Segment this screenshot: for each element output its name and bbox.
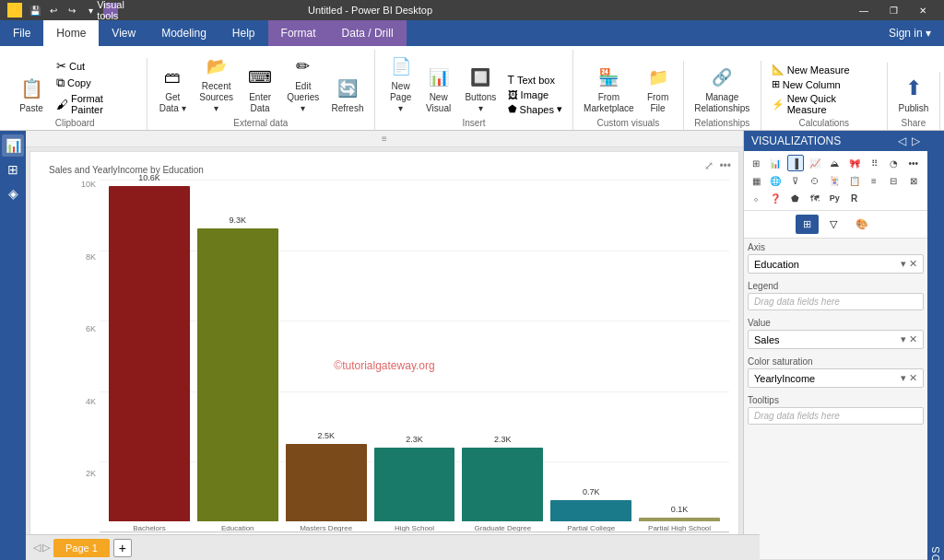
tab-home[interactable]: Home xyxy=(43,20,99,46)
paste-button[interactable]: 📋 Paste xyxy=(11,72,52,116)
data-view-btn[interactable]: ⊞ xyxy=(2,158,24,181)
bar-group[interactable]: 2.3KGraduate Degree xyxy=(462,180,543,532)
bar-group[interactable]: 0.7KPartial College xyxy=(550,180,631,532)
viz-line-icon[interactable]: 📈 xyxy=(807,155,823,171)
bar[interactable]: 2.5K xyxy=(286,444,367,521)
redo-icon[interactable]: ↪ xyxy=(65,3,79,18)
viz-panel-forward-btn[interactable]: ▷ xyxy=(912,134,920,147)
value-dropdown-icon[interactable]: ▾ xyxy=(901,333,906,345)
minimize-btn[interactable]: — xyxy=(850,0,878,20)
viz-pie-icon[interactable]: ◔ xyxy=(885,155,902,171)
bar-group[interactable]: 9.3KEducation xyxy=(197,180,278,532)
image-button[interactable]: 🖼 Image xyxy=(505,88,565,101)
cut-button[interactable]: ✂ Cut xyxy=(53,58,139,74)
model-view-btn[interactable]: ◈ xyxy=(2,182,24,204)
scroll-left-btn[interactable]: ◁ xyxy=(33,542,41,554)
undo-icon[interactable]: ↩ xyxy=(46,3,61,18)
panel-tab-format[interactable]: 🎨 xyxy=(848,215,876,234)
new-measure-button[interactable]: 📐 New Measure xyxy=(769,63,879,76)
new-column-button[interactable]: ⊞ New Column xyxy=(769,77,879,91)
viz-column-icon[interactable]: ▐ xyxy=(787,155,804,171)
bar[interactable]: 10.6K xyxy=(109,186,190,521)
report-view-btn[interactable]: 📊 xyxy=(2,134,24,157)
tab-format[interactable]: Format xyxy=(268,20,329,46)
new-visual-button[interactable]: 📊 NewVisual xyxy=(420,61,456,116)
dropdown-icon[interactable]: ▾ xyxy=(83,3,98,18)
sign-in[interactable]: Sign in ▾ xyxy=(876,20,944,46)
edit-queries-button[interactable]: ✏ EditQueries ▾ xyxy=(280,50,326,116)
viz-matrix-icon[interactable]: ⊠ xyxy=(905,172,922,189)
viz-py-icon[interactable]: Py xyxy=(826,190,843,206)
add-page-btn[interactable]: + xyxy=(113,539,132,557)
bar[interactable]: 2.3K xyxy=(374,448,455,521)
maximize-btn[interactable]: ❐ xyxy=(879,0,907,20)
tab-help[interactable]: Help xyxy=(219,20,268,46)
format-painter-label: Format Painter xyxy=(71,93,136,115)
viz-filled-map-icon[interactable]: 🗺 xyxy=(807,190,823,206)
viz-waterfall-icon[interactable]: ⬦ xyxy=(748,190,764,206)
viz-map-icon[interactable]: 🌐 xyxy=(767,172,784,189)
tab-data-drill[interactable]: Data / Drill xyxy=(329,20,407,46)
bar[interactable]: 9.3K xyxy=(197,228,278,521)
viz-shape-icon[interactable]: ⬟ xyxy=(787,190,804,206)
viz-gauge-icon[interactable]: ⏲ xyxy=(807,172,823,189)
value-remove-btn[interactable]: ✕ xyxy=(909,333,917,345)
new-page-button[interactable]: 📄 NewPage ▾ xyxy=(383,50,419,116)
copy-button[interactable]: ⧉ Copy xyxy=(53,75,139,91)
close-btn[interactable]: ✕ xyxy=(909,0,937,20)
viz-table-icon[interactable]: ⊞ xyxy=(748,155,764,171)
viz-card-icon[interactable]: 🃏 xyxy=(826,172,843,189)
bar[interactable]: 2.3K xyxy=(462,448,543,521)
viz-funnel-icon[interactable]: ⊽ xyxy=(787,172,804,189)
bar-group[interactable]: 10.6KBachelors xyxy=(109,180,190,532)
text-box-button[interactable]: T Text box xyxy=(505,73,565,88)
bar-group[interactable]: 2.5KMasters Degree xyxy=(286,180,367,532)
shapes-button[interactable]: ⬟ Shapes ▾ xyxy=(505,102,565,116)
viz-area-icon[interactable]: ⛰ xyxy=(826,155,843,171)
get-data-button[interactable]: 🗃 GetData ▾ xyxy=(155,61,191,116)
viz-more-icon[interactable]: ••• xyxy=(905,155,922,171)
new-quick-measure-button[interactable]: ⚡ New Quick Measure xyxy=(769,92,879,116)
expand-icon[interactable]: ⤢ xyxy=(704,159,714,172)
bar-group[interactable]: 0.1KPartial High School xyxy=(639,180,720,532)
tab-view[interactable]: View xyxy=(99,20,148,46)
scroll-right-btn[interactable]: ▷ xyxy=(42,542,50,554)
manage-relationships-button[interactable]: 🔗 ManageRelationships xyxy=(690,61,753,116)
bar[interactable]: 0.1K xyxy=(639,518,720,521)
viz-kpi-icon[interactable]: 📋 xyxy=(846,172,863,189)
bar[interactable]: 0.7K xyxy=(550,500,631,521)
page-tab-1[interactable]: Page 1 xyxy=(53,539,110,557)
viz-panel-back-btn[interactable]: ◁ xyxy=(898,134,906,147)
viz-bar-icon[interactable]: 📊 xyxy=(767,155,784,171)
viz-ribbon-icon[interactable]: 🎀 xyxy=(846,155,863,171)
save-icon[interactable]: 💾 xyxy=(28,3,42,18)
enter-data-button[interactable]: ⌨ EnterData xyxy=(242,61,277,116)
ellipsis-icon[interactable]: ••• xyxy=(719,159,731,172)
insert-group: 📄 NewPage ▾ 📊 NewVisual 🔲 Buttons ▾ T Te… xyxy=(375,50,573,130)
color-saturation-dropdown-icon[interactable]: ▾ xyxy=(901,372,906,384)
buttons-button[interactable]: 🔲 Buttons ▾ xyxy=(458,61,502,116)
viz-table2-icon[interactable]: ⊟ xyxy=(885,172,902,189)
from-file-button[interactable]: 📁 FromFile xyxy=(640,61,677,116)
panel-tab-axis[interactable]: ⊞ xyxy=(796,215,819,234)
fields-tab-label[interactable]: FIELDS xyxy=(927,131,944,560)
refresh-button[interactable]: 🔄 Refresh xyxy=(328,72,367,116)
viz-scatter-icon[interactable]: ⠿ xyxy=(866,155,882,171)
tab-modeling[interactable]: Modeling xyxy=(148,20,219,46)
fields-section: Axis Education ▾ ✕ Legend Drag data fiel… xyxy=(744,239,927,559)
viz-treemap-icon[interactable]: ▦ xyxy=(748,172,764,189)
color-saturation-remove-btn[interactable]: ✕ xyxy=(909,372,917,384)
axis-dropdown-icon[interactable]: ▾ xyxy=(901,258,906,270)
recent-sources-button[interactable]: 📂 RecentSources ▾ xyxy=(193,50,241,116)
viz-slicer-icon[interactable]: ≡ xyxy=(866,172,882,189)
panel-tab-filter[interactable]: ▽ xyxy=(822,215,844,234)
tab-file[interactable]: File xyxy=(0,20,43,46)
publish-button[interactable]: ⬆ Publish xyxy=(895,72,933,116)
viz-qna-icon[interactable]: ❓ xyxy=(767,190,784,206)
axis-remove-btn[interactable]: ✕ xyxy=(909,258,917,270)
chart-menu: ⤢ ••• xyxy=(704,159,731,172)
format-painter-button[interactable]: 🖌 Format Painter xyxy=(53,92,139,116)
bar-group[interactable]: 2.3KHigh School xyxy=(374,180,455,532)
from-marketplace-button[interactable]: 🏪 FromMarketplace xyxy=(580,61,637,116)
viz-r-icon[interactable]: R xyxy=(846,190,863,206)
